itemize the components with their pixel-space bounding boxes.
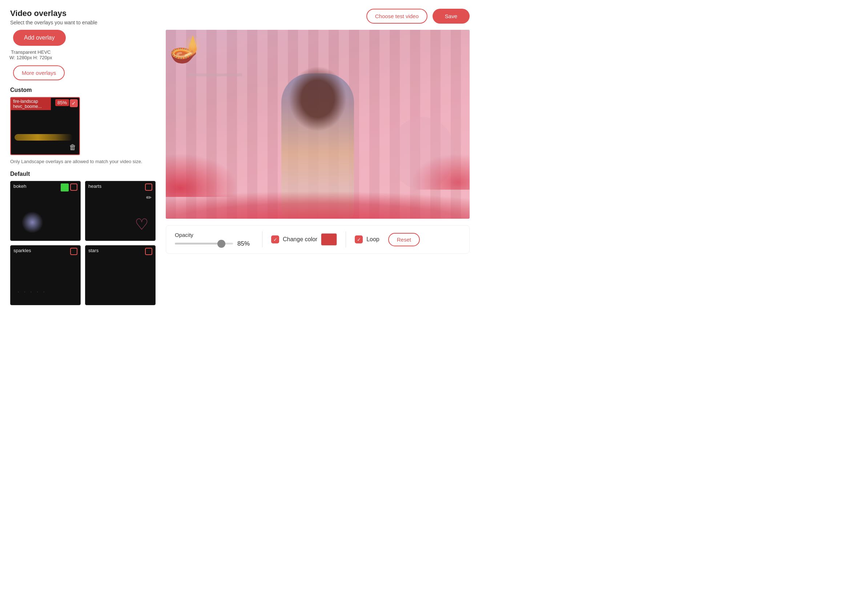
- left-panel: Add overlay Transparent HEVC W: 1280px H…: [10, 30, 156, 305]
- default-section-label: Default: [10, 171, 156, 177]
- color-swatch[interactable]: [321, 233, 337, 246]
- hearts-edit-icon: ✏: [146, 194, 152, 202]
- chandelier-decoration: 🪔: [166, 30, 206, 68]
- controls-bar: Opacity 85% ✓ Change color ✓ Loop Reset: [166, 225, 470, 254]
- sparkles-checkbox[interactable]: [70, 248, 78, 255]
- reset-button[interactable]: Reset: [388, 233, 420, 246]
- flame-line: [14, 134, 73, 141]
- bokeh-green-indicator: [61, 184, 69, 192]
- divider-1: [262, 232, 262, 247]
- overlay-label-sparkles: sparkles: [14, 248, 31, 253]
- overlay-label-stars: stars: [88, 248, 99, 253]
- loop-label: Loop: [366, 236, 380, 243]
- overlay-card-hearts[interactable]: hearts ✏ ♡: [85, 181, 156, 241]
- opacity-section: Opacity 85%: [175, 232, 253, 247]
- custom-overlay-card[interactable]: fire-landscap hevc_boome... 85% ✓ 🗑: [10, 97, 80, 155]
- page-header: Video overlays Select the overlays you w…: [10, 9, 98, 25]
- choose-test-video-button[interactable]: Choose test video: [366, 9, 428, 24]
- opacity-percent: 85%: [237, 240, 253, 247]
- sparkle-dots: · · · · ·: [18, 290, 46, 294]
- loop-group: ✓ Loop: [355, 235, 380, 243]
- change-color-label: Change color: [283, 236, 317, 243]
- main-layout: Add overlay Transparent HEVC W: 1280px H…: [0, 30, 480, 315]
- video-preview: 🪔: [166, 30, 470, 219]
- bokeh-glow: [22, 212, 43, 233]
- overlay-percent: 85%: [55, 99, 69, 106]
- bokeh-checkbox[interactable]: [70, 184, 78, 191]
- custom-section-label: Custom: [10, 87, 156, 93]
- header-actions: Choose test video Save: [366, 9, 470, 24]
- page-title: Video overlays: [10, 9, 98, 18]
- more-overlays-button[interactable]: More overlays: [13, 65, 65, 80]
- change-color-checkbox[interactable]: ✓: [271, 235, 279, 243]
- loop-checkbox[interactable]: ✓: [355, 235, 363, 243]
- overlay-card-stars[interactable]: stars: [85, 245, 156, 305]
- stars-checkbox[interactable]: [145, 248, 152, 255]
- top-bar: Video overlays Select the overlays you w…: [0, 0, 480, 30]
- overlay-info: Transparent HEVC W: 1280px H: 720px: [9, 49, 52, 60]
- overlay-card-bokeh[interactable]: bokeh: [10, 181, 81, 241]
- save-button[interactable]: Save: [432, 9, 470, 24]
- opacity-slider[interactable]: [175, 243, 233, 244]
- add-overlay-button[interactable]: Add overlay: [13, 30, 66, 46]
- delete-overlay-button[interactable]: 🗑: [69, 143, 76, 152]
- overlay-label-bokeh: bokeh: [14, 184, 26, 189]
- divider-2: [346, 232, 346, 247]
- page-subtitle: Select the overlays you want to enable: [10, 20, 98, 25]
- default-overlays-grid: bokeh hearts ✏ ♡ sparkles · · · · · star…: [10, 181, 156, 305]
- overlay-check-badge: ✓: [70, 99, 78, 107]
- overlay-label-hearts: hearts: [88, 184, 101, 189]
- change-color-group: ✓ Change color: [271, 233, 337, 246]
- video-preview-inner: 🪔: [166, 30, 470, 219]
- slider-row: 85%: [175, 240, 253, 247]
- heart-symbol: ♡: [135, 215, 149, 233]
- opacity-label: Opacity: [175, 232, 253, 238]
- hearts-checkbox[interactable]: [145, 184, 152, 191]
- landscape-note: Only Landscape overlays are allowed to m…: [10, 159, 148, 164]
- right-panel: 🪔 Opacity: [166, 30, 470, 305]
- overlay-card-sparkles[interactable]: sparkles · · · · ·: [10, 245, 81, 305]
- overlay-name-bar: fire-landscap hevc_boome...: [11, 98, 51, 110]
